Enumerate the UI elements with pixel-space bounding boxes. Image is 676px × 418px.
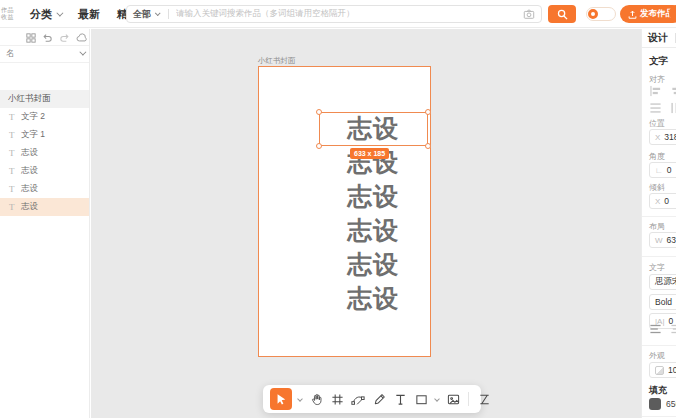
image-icon (447, 393, 460, 406)
tab-design[interactable]: 设计 (648, 31, 668, 45)
fill-row[interactable]: 656565 (649, 398, 676, 410)
layer-label: 志设 (21, 147, 38, 159)
opacity-icon (655, 366, 664, 375)
pencil-tool[interactable] (371, 388, 387, 410)
font-family-select[interactable]: 思源宋体 (649, 274, 676, 290)
resize-handle-bottom-right[interactable] (425, 143, 431, 149)
divider (642, 256, 676, 257)
appearance-label: 外观 (649, 350, 665, 361)
text-layer-icon: T (9, 112, 21, 122)
divider (642, 416, 676, 417)
canvas-text[interactable]: 志设 (318, 180, 428, 214)
camera-icon[interactable] (523, 8, 535, 20)
rectangle-icon (415, 393, 428, 406)
search-filter-label: 全部 (133, 8, 151, 21)
search-button[interactable] (548, 5, 576, 23)
layer-label: 志设 (21, 183, 38, 195)
divider (642, 216, 676, 217)
canvas-toolbar (263, 385, 481, 413)
text-tool[interactable] (392, 388, 408, 410)
resize-handle-top-right[interactable] (425, 109, 431, 115)
position-label: 位置 (649, 118, 665, 129)
text-layer-icon: T (9, 130, 21, 140)
selection-box[interactable] (319, 112, 428, 146)
angle-label: 角度 (649, 151, 665, 162)
skew-value: 0 (664, 196, 669, 206)
angle-input[interactable]: ∟ 0 (649, 162, 676, 178)
layer-row-text[interactable]: T 志设 (0, 144, 90, 162)
layer-row-text[interactable]: T 志设 (0, 162, 90, 180)
magnifier-icon (557, 9, 568, 20)
layers-panel-toolbar (26, 32, 90, 43)
search-filter-dropdown[interactable]: 全部 (133, 8, 159, 21)
layers-panel: 名 小红书封面 T 文字 2 T 文字 1 T 志设 T 志设 (0, 29, 90, 418)
search-bar[interactable]: 全部 请输入关键词搜索作品（多词组请用空格隔开） (126, 5, 542, 23)
chevron-down-icon (56, 9, 63, 16)
text-align-left-icon[interactable] (649, 323, 662, 335)
layer-label: 志设 (21, 165, 38, 177)
resize-handle-bottom-left[interactable] (316, 143, 322, 149)
nav-category[interactable]: 分类 (30, 7, 61, 22)
slice-icon (478, 393, 491, 406)
layer-row-frame[interactable]: 小红书封面 (0, 90, 90, 108)
frame-tool[interactable] (329, 388, 345, 410)
fill-color-swatch[interactable] (649, 398, 661, 410)
search-input[interactable]: 请输入关键词搜索作品（多词组请用空格隔开） (176, 8, 519, 20)
nav-latest[interactable]: 最新 (78, 7, 100, 22)
skew-label: 倾斜 (649, 182, 665, 193)
text-align-center-icon[interactable] (670, 323, 676, 335)
align-label: 对齐 (649, 74, 665, 85)
pen-tool[interactable] (350, 388, 366, 410)
select-tool[interactable] (270, 388, 292, 410)
frame-icon (331, 393, 344, 406)
fill-label: 填充 (649, 384, 667, 397)
toggle-knob (588, 9, 598, 19)
canvas-text[interactable]: 志设 (318, 282, 428, 316)
shape-tool[interactable] (413, 388, 429, 410)
layers-list: 小红书封面 T 文字 2 T 文字 1 T 志设 T 志设 T 志设 (0, 90, 90, 216)
chevron-down-icon[interactable] (79, 49, 86, 56)
image-tool[interactable] (445, 388, 461, 410)
layer-row-text[interactable]: T 文字 2 (0, 108, 90, 126)
layer-row-text-selected[interactable]: T 志设 (0, 198, 90, 216)
cloud-icon[interactable] (76, 32, 88, 43)
properties-tabs: 设计 (642, 29, 676, 48)
canvas-area[interactable]: 小红书封面 志设 志设 志设 志设 志设 志设 633 x 185 (91, 29, 641, 418)
design-editor-app: 作品 收益 分类 最新 精品 全部 请输入关键词搜索作品（多词组请用空格隔开） (0, 0, 676, 418)
skew-input[interactable]: X 0 (649, 193, 676, 209)
layer-row-text[interactable]: T 志设 (0, 180, 90, 198)
chevron-down-icon (155, 10, 161, 16)
position-x-prefix: X (655, 133, 660, 142)
distribute-vertical-icon[interactable] (649, 102, 662, 114)
properties-panel: 设计 文字 对齐 位置 (641, 29, 676, 418)
width-input[interactable]: W 633 (649, 232, 676, 248)
position-x-value: 318 (664, 132, 676, 142)
redo-icon[interactable] (59, 32, 70, 43)
canvas-text[interactable]: 志设 (318, 214, 428, 248)
width-value: 633 (667, 235, 676, 245)
align-center-horizontal-icon[interactable] (670, 85, 676, 97)
toggle-switch[interactable] (586, 7, 616, 21)
cursor-icon (275, 393, 287, 405)
layer-row-text[interactable]: T 文字 1 (0, 126, 90, 144)
resize-handle-top-left[interactable] (316, 109, 322, 115)
artboard[interactable]: 志设 志设 志设 志设 志设 志设 633 x 185 (258, 66, 431, 357)
publish-button[interactable]: 发布作品 (620, 5, 676, 23)
undo-icon[interactable] (42, 32, 53, 43)
font-weight-select[interactable]: Bold (649, 294, 676, 310)
hand-tool[interactable] (308, 388, 324, 410)
position-x-input[interactable]: X 318 (649, 129, 676, 145)
layout-label: 布局 (649, 221, 665, 232)
distribute-horizontal-icon[interactable] (670, 102, 676, 114)
chevron-down-icon[interactable] (434, 396, 440, 402)
align-left-icon[interactable] (649, 85, 662, 97)
artboard-label[interactable]: 小红书封面 (258, 56, 296, 66)
layers-header-row: 名 (0, 46, 90, 61)
canvas-text[interactable]: 志设 (318, 248, 428, 282)
chevron-down-icon[interactable] (297, 396, 303, 402)
properties-panel-content: 设计 文字 对齐 位置 (642, 29, 676, 418)
opacity-input[interactable]: 100 (649, 362, 676, 378)
slice-tool[interactable] (476, 388, 492, 410)
components-icon[interactable] (26, 33, 36, 43)
font-section-label: 文字 (649, 262, 665, 273)
